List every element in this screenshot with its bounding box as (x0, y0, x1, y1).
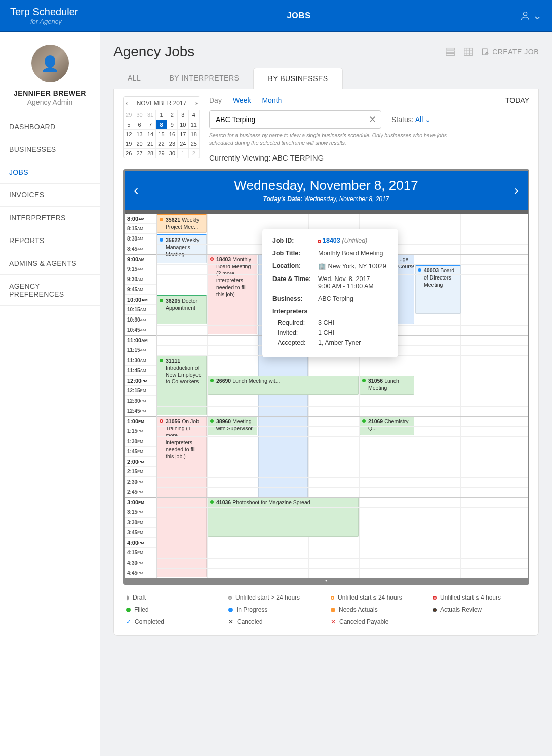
mini-cal-day[interactable]: 17 (178, 129, 188, 139)
mini-cal-day[interactable]: 26 (124, 148, 134, 158)
nav-item-interpreters[interactable]: INTERPRETERS (0, 207, 100, 229)
event-41036[interactable]: 41036 Photoshoot for Magazine Spread (208, 497, 359, 537)
mini-cal-day[interactable]: 2 (167, 110, 178, 120)
mini-cal-day[interactable]: 8 (156, 120, 167, 129)
mini-cal-day[interactable]: 9 (167, 120, 178, 129)
mini-cal-day[interactable]: 21 (145, 139, 156, 148)
nav-item-jobs[interactable]: JOBS (0, 161, 100, 184)
mini-cal-day[interactable]: 19 (124, 139, 134, 148)
time-label: 1:15 PM (125, 426, 156, 436)
grid-bottom[interactable]: ▾ (125, 578, 528, 583)
mini-cal-day[interactable]: 29 (124, 110, 134, 120)
tab-all[interactable]: ALL (113, 68, 155, 89)
mini-cal-day[interactable]: 27 (134, 148, 145, 158)
grid-view-icon[interactable] (463, 46, 474, 57)
mini-cal-day[interactable]: 6 (134, 120, 145, 129)
mini-cal-prev[interactable]: ‹ (126, 100, 128, 107)
time-label: 4:00 PM (125, 538, 156, 548)
today-button[interactable]: TODAY (505, 96, 529, 104)
event-38960[interactable]: 38960 Meeting with Supervisor (208, 416, 257, 435)
mini-cal-day[interactable]: 24 (178, 139, 188, 148)
mini-cal-day[interactable]: 5 (124, 120, 134, 129)
cal-prev-day[interactable]: ‹ (134, 182, 138, 198)
mini-cal-day[interactable]: 1 (156, 110, 167, 120)
create-job-label: CREATE JOB (492, 48, 539, 56)
tab-by-interpreters[interactable]: BY INTERPRETERS (155, 68, 253, 89)
status-label: Status: (391, 115, 414, 124)
pop-jobid[interactable]: 18403 (323, 237, 340, 244)
event-35621[interactable]: 35621 Weekly Project Mee... (157, 214, 207, 233)
mini-cal-day[interactable]: 25 (189, 139, 200, 148)
event-21069[interactable]: 21069 Chemistry Q... (360, 416, 414, 435)
panel: ‹ NOVEMBER 2017 › 2930311234567891011121… (113, 89, 539, 636)
mini-cal-day[interactable]: 28 (145, 148, 156, 158)
view-week[interactable]: Week (233, 96, 251, 104)
time-label: 12:45 PM (125, 406, 156, 416)
event-40003[interactable]: 40003 Board of Directors Meeting (415, 264, 461, 314)
mini-cal-day[interactable]: 16 (167, 129, 178, 139)
mini-cal-day[interactable]: 3 (178, 110, 188, 120)
nav-item-invoices[interactable]: INVOICES (0, 184, 100, 207)
time-label: 10:00 AM (125, 295, 156, 305)
pop-interp-header: Interpreters (272, 308, 388, 315)
time-grid: 8:00 AM8:15 AM8:30 AM8:45 AM9:00 AM9:15 … (125, 214, 528, 578)
legend-inprogress: In Progress (228, 606, 322, 613)
cal-next-day[interactable]: › (514, 182, 519, 198)
mini-cal-day[interactable]: 30 (134, 110, 145, 120)
event-36205[interactable]: 36205 Doctor Appointment (157, 295, 207, 324)
mini-cal-day[interactable]: 4 (189, 110, 200, 120)
business-search-input[interactable] (209, 110, 381, 129)
calendar-today-line: Today's Date: Wednesday, November 8, 201… (150, 195, 502, 203)
nav-item-admins-agents[interactable]: ADMINS & AGENTS (0, 252, 100, 275)
mini-cal-label: NOVEMBER 2017 (137, 100, 187, 107)
create-job-button[interactable]: CREATE JOB (481, 48, 539, 56)
nav-item-dashboard[interactable]: DASHBOARD (0, 115, 100, 138)
event-18403[interactable]: 18403 Monthly Board Meeting (2 more inte… (208, 254, 257, 334)
nav-item-businesses[interactable]: BUSINESSES (0, 138, 100, 161)
mini-cal-day[interactable]: 22 (156, 139, 167, 148)
mini-calendar[interactable]: ‹ NOVEMBER 2017 › 2930311234567891011121… (123, 96, 200, 158)
profile-role: Agency Admin (5, 98, 95, 106)
mini-cal-day[interactable]: 15 (156, 129, 167, 139)
legend-needs-actuals: Needs Actuals (331, 606, 424, 613)
mini-cal-next[interactable]: › (195, 100, 198, 107)
mini-cal-day[interactable]: 18 (189, 129, 200, 139)
time-label: 11:30 AM (125, 355, 156, 366)
mini-cal-day[interactable]: 20 (134, 139, 145, 148)
mini-cal-day[interactable]: 13 (134, 129, 145, 139)
pop-status: (Unfilled) (342, 237, 367, 244)
mini-cal-day[interactable]: 31 (145, 110, 156, 120)
nav-item-agency-preferences[interactable]: AGENCY PREFERENCES (0, 275, 100, 306)
view-month[interactable]: Month (262, 96, 282, 104)
time-label: 2:15 PM (125, 467, 156, 477)
svg-rect-1 (446, 48, 455, 50)
mini-cal-day[interactable]: 23 (167, 139, 178, 148)
avatar[interactable]: 👤 (31, 45, 69, 82)
event-26690[interactable]: 26690 Lunch Meeting wit... (208, 376, 359, 395)
clear-search-icon[interactable]: ✕ (369, 114, 376, 125)
mini-cal-day[interactable]: 1 (178, 148, 188, 158)
mini-cal-day[interactable]: 10 (178, 120, 188, 129)
time-label: 4:15 PM (125, 548, 156, 558)
nav-item-reports[interactable]: REPORTS (0, 229, 100, 252)
mini-cal-day[interactable]: 11 (189, 120, 200, 129)
status-filter[interactable]: Status: All ⌄ (391, 115, 431, 124)
view-day[interactable]: Day (209, 96, 222, 104)
list-view-icon[interactable] (445, 46, 456, 57)
user-menu[interactable]: ⌄ (520, 9, 542, 22)
mini-cal-day[interactable]: 30 (167, 148, 178, 158)
event-31056-training[interactable]: 31056 On Job Training (1 more interprete… (157, 416, 207, 577)
mini-cal-day[interactable]: 12 (124, 129, 134, 139)
event-35622[interactable]: 35622 Weekly Manager's Meeting (157, 234, 207, 263)
mini-cal-day[interactable]: 29 (156, 148, 167, 158)
event-31056-lunch[interactable]: 31056 Lunch Meeting (360, 376, 414, 395)
legend-unfilled24: Unfilled start ≤ 24 hours (331, 594, 424, 601)
mini-cal-day[interactable]: 7 (145, 120, 156, 129)
mini-cal-day[interactable]: 2 (189, 148, 200, 158)
tab-by-businesses[interactable]: BY BUSINESSES (253, 68, 342, 89)
time-label: 9:45 AM (125, 285, 156, 295)
page-header: Agency Jobs CREATE JOB (113, 44, 539, 60)
mini-cal-day[interactable]: 14 (145, 129, 156, 139)
legend: ◗Draft Unfilled start > 24 hours Unfille… (123, 594, 529, 625)
calendar: ‹ Wednesday, November 8, 2017 Today's Da… (123, 169, 529, 585)
